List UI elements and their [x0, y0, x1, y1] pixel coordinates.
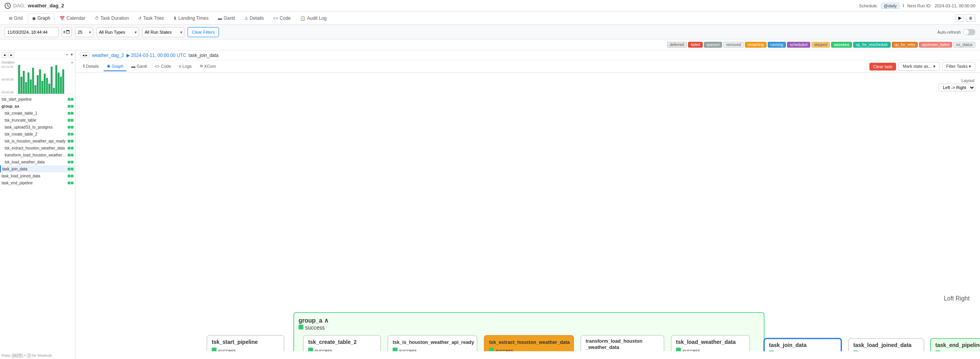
sidebar-zoom-in[interactable]: + [70, 52, 73, 58]
tab-calendar[interactable]: 📅 Calendar [55, 13, 90, 23]
subtab-gantt[interactable]: ▬ Gantt [128, 62, 150, 71]
next-run-label: Next Run ID: [907, 3, 932, 8]
status-scheduled[interactable]: scheduled [787, 42, 810, 48]
layout-select[interactable]: Left -> Right Loft Right Top Down [939, 84, 975, 91]
xcom-subtab-icon: ≋ [200, 64, 203, 69]
tab-audit-log[interactable]: 📋 Audit Log [296, 13, 331, 23]
sidebar-header: ◂ ▸ − + [0, 50, 75, 59]
schedule-value[interactable]: @daily [881, 3, 900, 9]
sidebar-task-tsk_start_pipeline[interactable]: tsk_start_pipeline [0, 96, 75, 103]
status-running[interactable]: running [768, 42, 786, 48]
status-up-for-retry[interactable]: up_for_retry [892, 42, 918, 48]
breadcrumb-run[interactable]: ▶ 2024-03-11, 00:00:00 UTC [126, 53, 186, 58]
svg-text:_weather_data: _weather_data [585, 345, 620, 350]
status-up-for-reschedule[interactable]: up_for_reschedule [853, 42, 891, 48]
breadcrumb-dag[interactable]: weather_dag_2 [92, 53, 124, 58]
filter-tasks-button[interactable]: Filter Tasks ▾ [942, 62, 975, 71]
graph-subtab-icon: ◉ [107, 64, 111, 69]
svg-text:success: success [399, 348, 417, 351]
svg-text:task_join_data: task_join_data [769, 342, 807, 348]
svg-rect-1 [299, 325, 303, 329]
node-tsk_extract_houston_weather_data[interactable]: tsk_extract_houston_weather_data success… [484, 335, 574, 351]
sidebar-task-group_a[interactable]: group_a∧ [0, 103, 75, 110]
sidebar-zoom-out[interactable]: − [65, 52, 69, 58]
status-deferred[interactable]: deferred [667, 42, 687, 48]
tab-task-duration[interactable]: ⏱ Task Duration [90, 13, 133, 23]
svg-rect-17 [393, 347, 397, 351]
pause-button[interactable]: ⏸ [966, 14, 975, 22]
sidebar-collapse-right[interactable]: ▸ [9, 52, 14, 58]
sidebar-task-task_end_pipeline[interactable]: task_end_pipeline [0, 179, 75, 186]
node-task_end_pipeline[interactable]: task_end_pipeline success EmptyOperator [930, 338, 980, 351]
dag-svg: group_a ∧ success tsk_start_pipeline suc… [75, 89, 980, 351]
datetime-input[interactable] [5, 27, 59, 37]
tab-details[interactable]: ⚠ Details [240, 13, 268, 23]
status-upstream-failed[interactable]: upstream_failed [919, 42, 952, 48]
play-button[interactable]: ▶ [956, 14, 964, 22]
logs-subtab-icon: ≡ [179, 64, 181, 69]
status-skipped[interactable]: skipped [811, 42, 830, 48]
sidebar-task-tsk_extract_houston_weather_data[interactable]: tsk_extract_houston_weather_data [0, 144, 75, 151]
gantt-subtab-icon: ▬ [131, 64, 135, 69]
node-tsk_start_pipeline[interactable]: tsk_start_pipeline success EmptyOperator [207, 335, 284, 351]
svg-rect-5 [212, 347, 216, 351]
svg-text:tsk_create_table_2: tsk_create_table_2 [308, 339, 357, 345]
sidebar-collapse-left[interactable]: ◂ [2, 52, 7, 58]
sidebar-task-task_join_data[interactable]: task_join_data [0, 165, 75, 172]
breadcrumb-nav-back[interactable]: ◂ ▸ [80, 52, 90, 58]
node-task_load_joined_data[interactable]: task_load_joined_data success PythonOper… [849, 338, 924, 351]
node-tsk_is_houston_weather_api_ready[interactable]: tsk_is_houston_weather_api_ready success… [388, 335, 477, 351]
tab-grid[interactable]: ⊞ Grid [5, 13, 27, 23]
mark-state-button[interactable]: Mark state as... ▾ [898, 62, 939, 71]
tab-graph[interactable]: ◉ Graph [28, 13, 55, 23]
group-a-label: group_a ∧ [299, 317, 329, 324]
node-transform_load_houston_weather_data[interactable]: transform_load_houston _weather_data suc… [581, 335, 664, 351]
sidebar-task-tsk_create_table_2[interactable]: tsk_create_table_2 [0, 131, 75, 137]
sidebar-task-tsk_create_table_1[interactable]: tsk_create_table_1 [0, 110, 75, 117]
svg-text:transform_load_houston: transform_load_houston [586, 338, 642, 344]
clear-task-button[interactable]: Clear task [869, 63, 896, 70]
svg-text:tsk_load_weather_data: tsk_load_weather_data [676, 339, 736, 345]
status-no-status[interactable]: no_status [953, 42, 975, 48]
node-tsk_load_weather_data[interactable]: tsk_load_weather_data success PythonOper… [671, 335, 750, 351]
status-legend: deferred failed queued removed restartin… [0, 40, 980, 50]
node-task_join_data[interactable]: task_join_data success PostgresOperator [764, 338, 842, 351]
datetime-calendar-input[interactable] [62, 27, 72, 37]
tab-code[interactable]: <> Code [269, 13, 295, 23]
status-restarting[interactable]: restarting [745, 42, 767, 48]
status-queued[interactable]: queued [704, 42, 722, 48]
run-type-select[interactable]: All Run Types Manual Scheduled [96, 27, 139, 37]
sidebar-task-transform_load_houston_weather_data[interactable]: transform_load_houston_weather_data [0, 151, 75, 158]
svg-text:task_end_pipeline: task_end_pipeline [936, 342, 980, 348]
sidebar-task-tsk_is_houston_weather_api_ready[interactable]: tsk_is_houston_weather_api_ready [0, 137, 75, 144]
layout-info: Layout: Left -> Right Loft Right Top Dow… [939, 78, 975, 91]
gantt-icon: ▬ [218, 16, 222, 21]
node-tsk_create_table_2[interactable]: tsk_create_table_2 success PostgresOpera… [303, 335, 381, 351]
sidebar-task-task_uploadS3_to_postgres[interactable]: task_uploadS3_to_postgres [0, 124, 75, 131]
task-tries-icon: ↺ [138, 16, 142, 21]
run-state-select[interactable]: All Run States Running Success Failed [142, 27, 184, 37]
sidebar-task-tsk_load_weather_data[interactable]: tsk_load_weather_data [0, 158, 75, 165]
clear-filters-button[interactable]: Clear Filters [188, 27, 219, 37]
subtab-xcom[interactable]: ≋ XCom [196, 62, 219, 71]
svg-rect-63 [854, 350, 858, 351]
svg-rect-23 [489, 347, 494, 351]
tab-landing-times[interactable]: ⬇ Landing Times [169, 13, 213, 23]
status-removed[interactable]: removed [723, 42, 744, 48]
status-success[interactable]: success [831, 42, 852, 48]
auto-refresh-toggle[interactable] [963, 29, 975, 35]
svg-rect-11 [308, 347, 313, 351]
sidebar-task-task_load_joined_data[interactable]: task_load_joined_data [0, 172, 75, 179]
info-icon: ℹ [903, 3, 904, 8]
sidebar-task-tsk_truncate_table[interactable]: tsk_truncate_table [0, 117, 75, 124]
subtab-details[interactable]: ℹ Details [80, 62, 102, 71]
run-count-select[interactable]: 25 50 100 [75, 27, 93, 37]
dag-name: weather_dag_2 [28, 3, 64, 9]
subtab-logs[interactable]: ≡ Logs [176, 62, 195, 71]
status-failed[interactable]: failed [688, 42, 703, 48]
tab-gantt[interactable]: ▬ Gantt [213, 13, 239, 23]
subtab-graph[interactable]: ◉ Graph [104, 62, 127, 71]
auto-refresh: Auto-refresh [937, 29, 975, 35]
tab-task-tries[interactable]: ↺ Task Tries [134, 13, 168, 23]
subtab-code[interactable]: <> Code [152, 62, 174, 71]
